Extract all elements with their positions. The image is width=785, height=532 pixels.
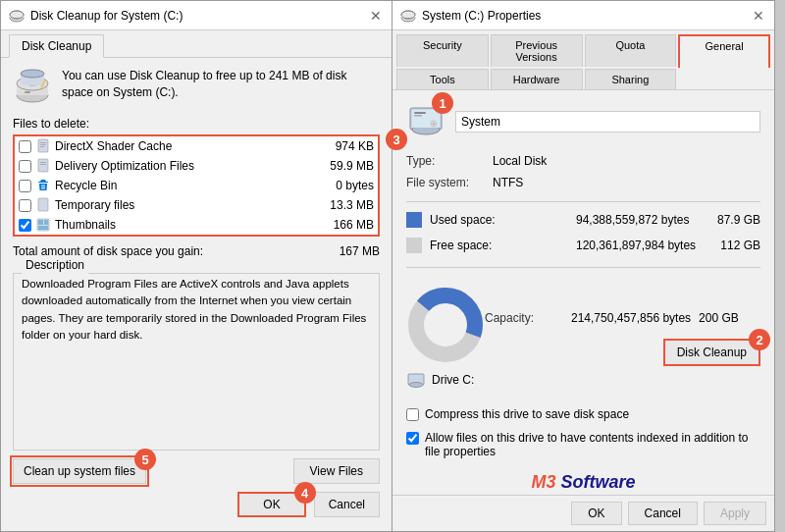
- type-label: Type:: [406, 154, 485, 168]
- file-size-directx: 974 KB: [315, 139, 374, 153]
- disk-icon: [13, 68, 52, 107]
- capacity-bytes: 214,750,457,856 bytes: [571, 311, 691, 325]
- properties-close-button[interactable]: ✕: [751, 8, 766, 24]
- file-size-delivery: 59.9 MB: [315, 159, 374, 173]
- compress-checkbox[interactable]: [406, 408, 419, 421]
- list-item: Thumbnails 166 MB: [15, 215, 378, 235]
- tab-previous-versions[interactable]: Previous Versions: [491, 34, 583, 67]
- watermark-software: Software: [560, 472, 635, 492]
- file-icon: [35, 138, 51, 154]
- list-item: Delivery Optimization Files 59.9 MB: [15, 156, 378, 176]
- type-value: Local Disk: [493, 154, 547, 168]
- used-gb: 87.9 GB: [711, 213, 760, 227]
- badge-5: 5: [134, 449, 156, 470]
- view-files-button[interactable]: View Files: [293, 458, 380, 484]
- used-bytes: 94,388,559,872 bytes: [576, 213, 704, 227]
- watermark-m3: M3: [531, 472, 560, 492]
- svg-rect-22: [38, 226, 48, 230]
- drive-label-row: Drive C:: [406, 370, 485, 390]
- fs-value: NTFS: [493, 176, 523, 189]
- used-label: Used space:: [430, 213, 568, 227]
- donut-svg: [406, 286, 485, 364]
- divider: [406, 201, 760, 202]
- description-legend: Description: [22, 258, 88, 272]
- total-value: 167 MB: [340, 244, 380, 258]
- title-bar-left: Disk Cleanup for System (C:): [9, 8, 183, 24]
- badge-2: 2: [749, 329, 770, 350]
- file-checkbox-thumbnails[interactable]: [19, 219, 31, 232]
- tab-tools[interactable]: Tools: [396, 69, 489, 89]
- total-row: Total amount of disk space you gain: 167…: [13, 244, 380, 258]
- tab-quota[interactable]: Quota: [585, 34, 677, 67]
- footer-apply-button[interactable]: Apply: [704, 502, 766, 525]
- tab-general[interactable]: General: [678, 34, 770, 68]
- file-checkbox-recycle[interactable]: [19, 180, 31, 192]
- clean-system-button[interactable]: Clean up system files: [13, 458, 146, 484]
- drive-name-input[interactable]: [455, 111, 760, 133]
- disk-cleanup-window: Disk Cleanup for System (C:) ✕ Disk Clea…: [0, 0, 392, 532]
- disk-cleanup-title-bar: Disk Cleanup for System (C:) ✕: [1, 1, 392, 30]
- donut-left: Drive C:: [406, 286, 485, 390]
- cancel-button[interactable]: Cancel: [314, 492, 380, 517]
- free-gb: 112 GB: [711, 239, 760, 252]
- drive-icon-wrapper: 1: [406, 100, 445, 142]
- disk-cleanup-button[interactable]: Disk Cleanup: [663, 339, 760, 366]
- file-checkbox-delivery[interactable]: [19, 160, 31, 173]
- tab-hardware[interactable]: Hardware: [491, 69, 583, 89]
- file-name-delivery: Delivery Optimization Files: [55, 159, 311, 173]
- file-checkbox-directx[interactable]: [19, 140, 31, 153]
- tab-security[interactable]: Security: [396, 34, 489, 67]
- file-name-recycle: Recycle Bin: [55, 179, 311, 192]
- file-name-temp: Temporary files: [55, 198, 311, 212]
- info-section: You can use Disk Cleanup to free up to 2…: [13, 68, 380, 107]
- free-bytes: 120,361,897,984 bytes: [576, 239, 704, 252]
- clean-system-wrapper: Clean up system files 5: [13, 458, 146, 484]
- properties-window: System (C:) Properties ✕ Security Previo…: [392, 0, 775, 532]
- fs-label: File system:: [406, 176, 485, 189]
- svg-rect-10: [25, 91, 30, 93]
- svg-rect-30: [414, 112, 426, 114]
- divider2: [406, 267, 760, 268]
- svg-rect-15: [38, 159, 48, 172]
- footer-ok-button[interactable]: OK: [571, 502, 621, 525]
- capacity-label: Capacity:: [485, 311, 563, 325]
- disk-cleanup-btn-wrapper: Disk Cleanup 2: [485, 339, 760, 366]
- total-label: Total amount of disk space you gain:: [13, 244, 203, 258]
- tab-sharing[interactable]: Sharing: [585, 69, 677, 89]
- index-checkbox[interactable]: [406, 432, 419, 445]
- svg-rect-14: [40, 146, 44, 147]
- footer-cancel-button[interactable]: Cancel: [628, 502, 698, 525]
- svg-point-37: [409, 383, 423, 388]
- list-item: Temporary files 13.3 MB: [15, 195, 378, 215]
- used-color-box: [406, 212, 422, 228]
- file-size-temp: 13.3 MB: [315, 198, 374, 212]
- file-checkbox-temp[interactable]: [19, 199, 31, 212]
- file-icon: [35, 217, 51, 233]
- tab-disk-cleanup[interactable]: Disk Cleanup: [9, 34, 104, 58]
- type-row: Type: Local Disk: [406, 154, 760, 168]
- props-content: 1 Type: Local Disk File system: NTFS Use…: [392, 90, 774, 470]
- donut-row: Drive C: Capacity: 214,750,457,856 bytes…: [406, 286, 760, 390]
- used-space-row: Used space: 94,388,559,872 bytes 87.9 GB: [406, 212, 760, 228]
- svg-rect-18: [38, 198, 48, 211]
- properties-title-text: System (C:) Properties: [422, 9, 541, 23]
- description-group: Description Downloaded Program Files are…: [13, 266, 380, 451]
- file-icon: [35, 197, 51, 213]
- svg-point-33: [433, 123, 436, 126]
- svg-rect-12: [40, 142, 46, 143]
- props-header: 1: [406, 100, 760, 142]
- files-label: Files to delete:: [13, 117, 380, 131]
- donut-chart: [406, 286, 485, 364]
- file-name-directx: DirectX Shader Cache: [55, 139, 311, 153]
- capacity-gb: 200 GB: [699, 311, 739, 325]
- list-item: Recycle Bin 0 bytes: [15, 176, 378, 195]
- free-label: Free space:: [430, 239, 568, 252]
- badge-1: 1: [432, 92, 453, 114]
- close-button[interactable]: ✕: [368, 8, 384, 24]
- window-content: You can use Disk Cleanup to free up to 2…: [1, 58, 392, 531]
- free-color-box: [406, 238, 422, 253]
- tab-bar: Disk Cleanup: [1, 30, 392, 58]
- index-row: Allow files on this drive to have conten…: [406, 431, 760, 458]
- compress-row: Compress this drive to save disk space: [406, 407, 760, 421]
- drive-label: Drive C:: [432, 373, 474, 387]
